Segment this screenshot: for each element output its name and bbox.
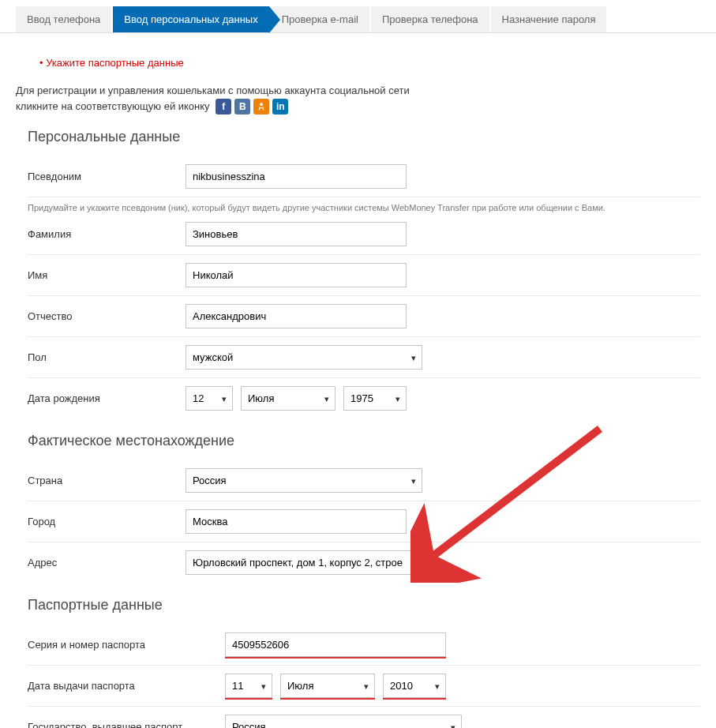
birth-day-select[interactable] [186, 386, 233, 411]
label-passport-country: Государство, выдавшее паспорт [28, 721, 225, 728]
birth-month-select[interactable] [241, 386, 336, 411]
label-address: Адрес [28, 557, 186, 569]
tab-phone-check[interactable]: Проверка телефона [371, 6, 489, 32]
intro-line2: кликните на соответствующую ей иконку [16, 100, 210, 112]
label-gender: Пол [28, 351, 186, 363]
country-select[interactable] [186, 468, 422, 493]
passport-month-select[interactable] [280, 674, 375, 698]
label-passport-date: Дата выдачи паспорта [28, 680, 225, 692]
facebook-icon[interactable]: f [216, 99, 231, 114]
tab-password[interactable]: Назначение пароля [491, 6, 607, 32]
passport-country-select[interactable] [225, 715, 462, 728]
address-input[interactable] [186, 550, 430, 575]
wizard-tabs: Ввод телефона Ввод персональных данных П… [0, 6, 716, 33]
intro-text: Для регистрации и управления кошельками … [16, 83, 700, 114]
label-firstname: Имя [28, 269, 186, 281]
label-patronymic: Отчество [28, 310, 186, 322]
nickname-note: Придумайте и укажите псевдоним (ник), ко… [28, 202, 700, 214]
patronymic-input[interactable] [186, 304, 407, 328]
error-message: Укажите паспортные данные [39, 57, 700, 69]
label-birthdate: Дата рождения [28, 392, 186, 404]
ok-icon[interactable] [253, 99, 269, 114]
passport-day-select[interactable] [225, 674, 272, 698]
passport-number-input[interactable] [225, 632, 446, 657]
section-passport: Паспортные данные [28, 597, 700, 614]
label-country: Страна [28, 475, 186, 486]
city-input[interactable] [186, 509, 407, 534]
section-personal: Персональные данные [28, 129, 700, 145]
tab-email[interactable]: Проверка e-mail [271, 6, 369, 32]
passport-year-select[interactable] [383, 674, 446, 698]
intro-line1: Для регистрации и управления кошельками … [16, 84, 410, 96]
label-nickname: Псевдоним [28, 171, 186, 182]
linkedin-icon[interactable]: in [272, 99, 288, 114]
nickname-input[interactable] [186, 164, 407, 189]
label-lastname: Фамилия [28, 228, 186, 240]
tab-phone[interactable]: Ввод телефона [16, 6, 111, 32]
svg-point-0 [260, 103, 263, 106]
gender-select[interactable] [186, 345, 422, 370]
label-passport-number: Серия и номер паспорта [28, 639, 225, 651]
lastname-input[interactable] [186, 222, 407, 246]
birth-year-select[interactable] [343, 386, 407, 411]
section-location: Фактическое местонахождение [28, 433, 700, 449]
tab-personal[interactable]: Ввод персональных данных [113, 6, 268, 32]
label-city: Город [28, 516, 186, 527]
firstname-input[interactable] [186, 263, 407, 287]
vk-icon[interactable]: B [234, 99, 250, 114]
